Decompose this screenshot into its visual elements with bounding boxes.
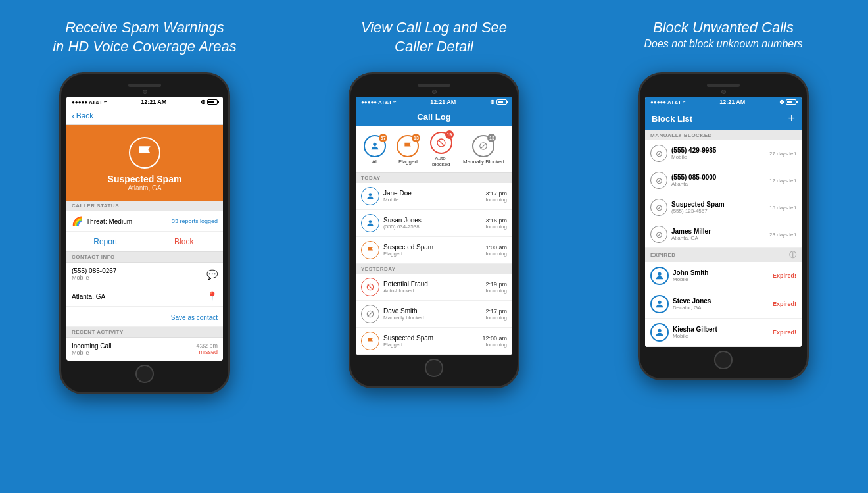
block-row-2[interactable]: ⊘ Suspected Spam (555) 123-4567 15 days … bbox=[645, 194, 802, 221]
block-row-0[interactable]: ⊘ (555) 429-9985 Mobile 27 days left bbox=[645, 140, 802, 167]
svg-point-12 bbox=[658, 301, 661, 304]
report-button[interactable]: Report bbox=[66, 232, 145, 251]
svg-line-8 bbox=[368, 284, 373, 290]
location-icon: 📍 bbox=[206, 291, 218, 301]
caller-location: Atlanta, GA bbox=[128, 184, 161, 192]
time-3: 12:21 AM bbox=[719, 99, 745, 105]
block-tab-icon bbox=[436, 138, 446, 148]
fraud-name: Potential Fraud bbox=[383, 280, 481, 288]
expired-badge-0: Expired! bbox=[773, 272, 796, 279]
tab-autoblocked-icon: 19 bbox=[430, 132, 452, 154]
susan-icon bbox=[361, 214, 379, 232]
call-log-title: Call Log bbox=[417, 112, 450, 122]
block-name-2: Suspected Spam bbox=[671, 201, 765, 208]
phone-top-1 bbox=[66, 84, 223, 94]
person-susan-icon bbox=[366, 219, 375, 228]
tab-manually-label: Manually Blocked bbox=[463, 159, 504, 165]
spam-today-time: 1:00 am bbox=[485, 244, 507, 251]
call-row-spam-today[interactable]: Suspected Spam Flagged 1:00 am Incoming bbox=[356, 237, 512, 264]
status-bar-2: ●●●●● AT&T ≈ 12:21 AM ⊕ bbox=[356, 97, 512, 107]
person-kiesha-icon bbox=[654, 327, 665, 338]
carrier-3: ●●●●● AT&T ≈ bbox=[650, 99, 685, 105]
phone-top-3 bbox=[645, 84, 802, 94]
call-row-dave[interactable]: Dave Smith Manually blocked 2:17 pm Inco… bbox=[356, 301, 512, 328]
phone-camera-3 bbox=[721, 90, 726, 94]
home-button-1[interactable] bbox=[135, 365, 154, 383]
caller-name: Suspected Spam bbox=[108, 174, 182, 184]
panel1-title: Receive Spam Warnings in HD Voice Covera… bbox=[53, 18, 237, 58]
call-row-jane[interactable]: Jane Doe Mobile 3:17 pm Incoming bbox=[356, 183, 512, 210]
status-bar-3: ●●●●● AT&T ≈ 12:21 AM ⊕ bbox=[645, 97, 802, 107]
svg-point-6 bbox=[369, 220, 372, 223]
expired-badge-2: Expired! bbox=[773, 329, 796, 336]
susan-time: 3:16 pm bbox=[485, 217, 507, 224]
expired-row-1[interactable]: Steve Jones Decatur, GA Expired! bbox=[645, 290, 802, 319]
expired-name-0: John Smith bbox=[673, 269, 769, 276]
block-fraud-icon bbox=[366, 282, 375, 292]
phone-camera-1 bbox=[143, 90, 147, 94]
spam-yesterday-icon bbox=[361, 332, 379, 350]
expired-sub-1: Decatur, GA bbox=[673, 305, 769, 311]
today-label: TODAY bbox=[356, 173, 512, 183]
battery-3 bbox=[786, 99, 796, 105]
tab-flagged-badge: 13 bbox=[412, 134, 420, 142]
jane-sub: Mobile bbox=[383, 197, 481, 203]
reports-count: 33 reports logged bbox=[172, 218, 218, 224]
susan-sub: (555) 634-2538 bbox=[383, 224, 481, 230]
phone-bottom-1 bbox=[66, 365, 223, 383]
jane-direction: Incoming bbox=[485, 197, 507, 203]
tab-all[interactable]: 57 All bbox=[364, 135, 386, 165]
phone-speaker-2 bbox=[418, 84, 450, 87]
threat-row: 🌈 Threat: Medium 33 reports logged bbox=[66, 211, 223, 232]
message-icon: 💬 bbox=[206, 269, 218, 280]
tab-all-label: All bbox=[372, 159, 378, 165]
tab-all-badge: 57 bbox=[379, 134, 387, 142]
add-block-button[interactable]: + bbox=[788, 112, 795, 126]
dave-direction: Incoming bbox=[485, 315, 507, 321]
jane-time: 3:17 pm bbox=[485, 190, 507, 197]
contact-phone-row: (555) 085-0267 Mobile 💬 bbox=[66, 263, 223, 286]
expired-row-2[interactable]: Kiesha Gilbert Mobile Expired! bbox=[645, 319, 802, 347]
save-contact-link[interactable]: Save as contact bbox=[171, 314, 218, 321]
tab-autoblocked-badge: 19 bbox=[445, 130, 454, 139]
block-days-3: 23 days left bbox=[769, 232, 796, 238]
home-button-2[interactable] bbox=[425, 359, 443, 377]
block-row-3[interactable]: ⊘ James Miller Atlanta, GA 23 days left bbox=[645, 221, 802, 248]
jane-icon bbox=[361, 187, 379, 205]
block-row-1[interactable]: ⊘ (555) 085-0000 Atlanta 12 days left bbox=[645, 167, 802, 194]
chevron-left-icon: ‹ bbox=[72, 111, 75, 121]
block-sub-1: Atlanta bbox=[671, 181, 765, 187]
call-log-tabs: 57 All 13 Flagged bbox=[356, 126, 512, 173]
block-name-1: (555) 085-0000 bbox=[671, 174, 765, 181]
flag-icon bbox=[136, 144, 153, 161]
phone-frame-2: ●●●●● AT&T ≈ 12:21 AM ⊕ Call Log bbox=[349, 72, 519, 388]
phone-camera-2 bbox=[432, 90, 437, 94]
activity-status: missed bbox=[196, 349, 218, 355]
phone-speaker-3 bbox=[707, 84, 740, 87]
block-button[interactable]: Block bbox=[145, 232, 224, 251]
spam-yesterday-sub: Flagged bbox=[383, 342, 478, 348]
back-button-1[interactable]: ‹ Back bbox=[72, 111, 93, 121]
expired-avatar-0 bbox=[650, 267, 669, 285]
expired-row-0[interactable]: John Smith Mobile Expired! bbox=[645, 262, 802, 290]
person-jane-icon bbox=[366, 192, 375, 201]
call-row-fraud[interactable]: Potential Fraud Auto-blocked 2:19 pm Inc… bbox=[356, 274, 512, 301]
block-icon-0: ⊘ bbox=[650, 145, 667, 162]
tab-autoblocked[interactable]: 19 Auto-blocked bbox=[430, 132, 452, 167]
block-days-0: 27 days left bbox=[769, 151, 796, 157]
phone-speaker-1 bbox=[128, 84, 161, 87]
block-days-1: 12 days left bbox=[769, 178, 796, 184]
tab-flagged-label: Flagged bbox=[398, 159, 418, 165]
dave-icon bbox=[361, 305, 379, 323]
call-row-spam-yesterday[interactable]: Suspected Spam Flagged 12:00 am Incoming bbox=[356, 328, 512, 355]
tab-manually[interactable]: 13 Manually Blocked bbox=[463, 135, 504, 165]
spam-yesterday-time: 12:00 am bbox=[482, 335, 507, 342]
battery-1 bbox=[207, 99, 218, 105]
home-button-3[interactable] bbox=[714, 351, 733, 369]
contact-phone: (555) 085-0267 bbox=[72, 267, 116, 274]
expired-badge-1: Expired! bbox=[773, 301, 796, 307]
fraud-time: 2:19 pm bbox=[485, 281, 507, 288]
activity-sub: Mobile bbox=[72, 350, 112, 356]
tab-flagged[interactable]: 13 Flagged bbox=[397, 135, 419, 165]
call-row-susan[interactable]: Susan Jones (555) 634-2538 3:16 pm Incom… bbox=[356, 210, 512, 237]
